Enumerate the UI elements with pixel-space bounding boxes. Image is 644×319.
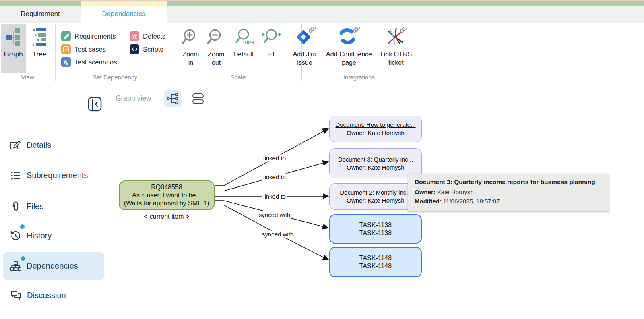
defects-icon (130, 31, 139, 41)
tree-button-label: Tree (33, 50, 46, 58)
fit-scale-button[interactable]: Fit (261, 24, 281, 73)
test-scenarios-icon (61, 57, 71, 67)
sidebar-item-label: Files (27, 202, 43, 211)
default-scale-icon: 100% (233, 28, 254, 48)
paperclip-icon (10, 201, 21, 212)
collapse-panel-icon (88, 97, 102, 112)
sidebar-item-subrequirements[interactable]: Subrequirements (3, 166, 104, 185)
defects-label: Defects (143, 33, 165, 40)
document-node[interactable]: Document: How to generate... Owner: Kate… (329, 116, 422, 142)
layout-list-icon (192, 92, 204, 105)
task-node[interactable]: TASK-1148 TASK-1148 (329, 247, 422, 277)
sidebar-item-label: Details (27, 141, 51, 150)
tab-dependencies[interactable]: Dependencies (80, 6, 167, 23)
tab-bar: Requirement Dependencies (0, 6, 644, 23)
group-caption-integrations: Integrations (301, 74, 417, 81)
tooltip-owner-value: Kate Hornysh (436, 188, 474, 195)
node-title: TASK-1138 (359, 221, 392, 229)
tooltip-modified-label: Modified: (415, 198, 442, 205)
list-icon (10, 170, 21, 181)
tab-requirement[interactable]: Requirement (0, 6, 80, 23)
current-requirement-node[interactable]: RQ048558 As a user, I want to be... (Wai… (119, 180, 215, 210)
otrs-icon (384, 27, 408, 48)
fit-scale-label: Fit (267, 50, 275, 58)
confluence-icon (337, 27, 361, 48)
zoom-in-label-2: in (188, 59, 193, 66)
edge-label: linked to (262, 155, 287, 162)
group-divider (175, 24, 175, 81)
test-scenarios-label: Test scenarios (74, 58, 117, 66)
jira-icon (293, 27, 316, 48)
sidebar-item-history[interactable]: History (3, 226, 104, 245)
group-divider (55, 24, 56, 81)
zoom-out-button[interactable]: Zoomout (204, 24, 228, 73)
sidebar-item-files[interactable]: Files (3, 197, 104, 216)
jira-label-1: Add Jira (293, 51, 317, 58)
graph-button-label: Graph (4, 50, 23, 58)
sidebar-item-label: Discussion (27, 291, 66, 300)
active-tab-band-yellow (80, 1, 167, 6)
discussion-icon (10, 290, 21, 301)
layout-tree-button[interactable] (164, 90, 181, 107)
tree-view-button[interactable]: Tree (27, 24, 52, 73)
layout-tree-icon (166, 92, 179, 105)
set-dep-requirements[interactable]: Requirements (61, 31, 116, 41)
current-item-caption: < current item > (119, 213, 215, 220)
node-subtitle: TASK-1148 (359, 262, 392, 270)
tooltip-modified-value: 11/06/2025, 18:57:07 (442, 198, 500, 205)
requirements-label: Requirements (74, 33, 116, 40)
node-title: Document 3: Quarterly inc... (338, 155, 413, 164)
otrs-label-2: ticket (388, 59, 403, 66)
add-jira-issue-button[interactable]: Add Jiraissue (290, 24, 320, 73)
graph-icon (5, 27, 21, 48)
zoom-out-icon (207, 28, 225, 48)
ribbon: Graph Tree View Requirements Test cases (0, 23, 644, 83)
link-otrs-ticket-button[interactable]: Link OTRSticket (378, 24, 415, 73)
dependencies-badge-dot (21, 256, 25, 261)
sidebar-item-label: Subrequirements (27, 171, 88, 180)
scripts-label: Scripts (143, 46, 163, 53)
sidebar-item-details[interactable]: Details (3, 135, 104, 155)
confluence-label-2: page (342, 59, 356, 66)
group-caption-set-dependency: Set Dependency (55, 74, 175, 81)
set-dep-scripts[interactable]: Scripts (130, 44, 163, 54)
zoom-in-label-1: Zoom (183, 51, 199, 58)
sidebar-item-discussion[interactable]: Discussion (3, 286, 104, 305)
layout-list-button[interactable] (189, 91, 207, 106)
node-owner: Owner: Kate Hornysh (347, 129, 404, 137)
sidebar-item-dependencies[interactable]: Dependencies (3, 252, 104, 280)
node-title: Document: How to generate... (335, 121, 415, 129)
zoom-out-label-2: out (212, 59, 221, 66)
scripts-icon (130, 44, 139, 54)
svg-text:100%: 100% (242, 40, 254, 46)
graph-view-title: Graph view (116, 94, 151, 103)
set-dep-test-scenarios[interactable]: Test scenarios (61, 57, 117, 67)
test-cases-label: Test cases (74, 46, 106, 53)
task-node[interactable]: TASK-1138 TASK-1138 (329, 214, 422, 244)
default-scale-label: Default (233, 50, 254, 58)
tooltip-title: Document 3: Quarterly income reports for… (415, 178, 603, 186)
node-title: TASK-1148 (359, 254, 392, 262)
edge-label: synced with (260, 231, 295, 238)
node-status: (Waits for approval by SME 1) (124, 199, 210, 207)
zoom-in-button[interactable]: Zoomin (179, 24, 202, 73)
dependencies-icon (10, 261, 21, 271)
graph-view-button[interactable]: Graph (1, 24, 26, 73)
add-confluence-page-button[interactable]: Add Confluencepage (324, 24, 374, 73)
collapse-panel-button[interactable] (88, 97, 102, 113)
history-badge-dot (20, 224, 25, 229)
history-icon (10, 230, 21, 241)
sidebar-item-label: Dependencies (27, 261, 78, 271)
group-caption-view: View (0, 74, 55, 81)
node-id: RQ048558 (151, 183, 182, 191)
edit-icon (10, 140, 21, 151)
node-title: Document 2: Monthly inc... (340, 188, 411, 197)
set-dep-test-cases[interactable]: Test cases (61, 44, 106, 54)
set-dep-defects[interactable]: Defects (130, 31, 165, 41)
tree-icon (32, 27, 47, 48)
edge-label: linked to (262, 193, 287, 200)
group-caption-scale: Scale (175, 74, 301, 81)
zoom-out-label-1: Zoom (208, 51, 225, 58)
node-tooltip: Document 3: Quarterly income reports for… (408, 174, 609, 212)
default-scale-button[interactable]: 100% Default (229, 24, 258, 73)
